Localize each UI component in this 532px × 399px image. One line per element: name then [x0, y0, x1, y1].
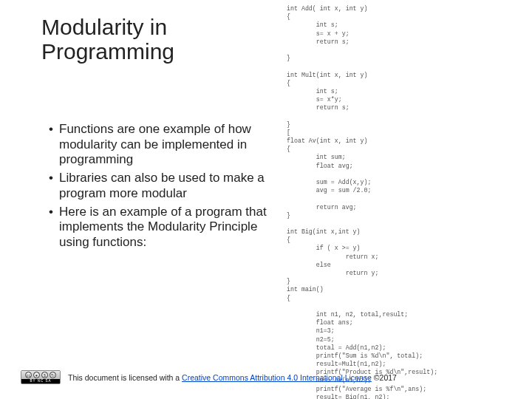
bullet-text: Functions are one example of how modular… [59, 122, 251, 166]
bullet-item: Libraries can also be used to make a pro… [49, 171, 270, 201]
sa-circle-icon: ↻ [50, 372, 56, 378]
title-line-2: Programming [41, 39, 174, 64]
by-circle-icon: ● [33, 372, 40, 378]
title-line-1: Modularity in [41, 15, 174, 39]
bullet-text: Here is an example of a program that imp… [59, 205, 267, 249]
cc-badge-icon: cc ● $ ↻ BY NC SA [21, 370, 61, 384]
cc-circle-icon: cc [25, 372, 32, 378]
bullet-list: Functions are one example of how modular… [49, 122, 270, 253]
cc-badge-top: cc ● $ ↻ [21, 371, 60, 379]
code-block: int Add( int x, int y) { int s; s= x + y… [287, 4, 508, 399]
bullet-text: Libraries can also be used to make a pro… [59, 171, 265, 200]
nc-circle-icon: $ [41, 372, 48, 378]
bullet-item: Functions are one example of how modular… [49, 122, 270, 168]
cc-badge-label: BY NC SA [21, 379, 60, 383]
slide-title: Modularity in Programming [41, 15, 174, 64]
bullet-item: Here is an example of a program that imp… [49, 205, 270, 250]
license-text: This document is licensed with a Creativ… [68, 373, 397, 382]
license-link[interactable]: Creative Commons Attribution 4.0 Interna… [182, 373, 372, 382]
license-prefix: This document is licensed with a [68, 373, 182, 382]
license-suffix: ©2017 [372, 373, 397, 382]
footer: cc ● $ ↻ BY NC SA This document is licen… [21, 370, 397, 384]
slide: Modularity in Programming Functions are … [0, 0, 532, 399]
